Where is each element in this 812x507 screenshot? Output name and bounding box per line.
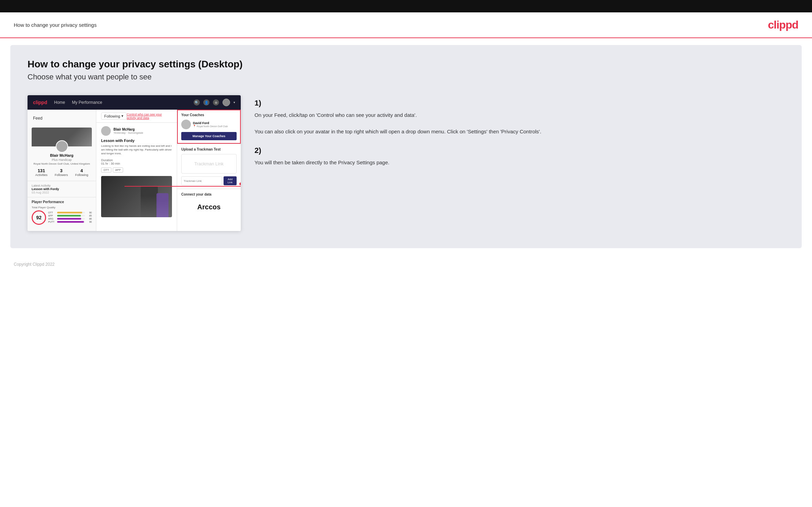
app-nav-bar: clippd Home My Performance 🔍 👤 ⊕ ▾ [28, 95, 241, 110]
bar-arg: ARG 86 [48, 218, 92, 220]
red-connector-line [124, 186, 241, 187]
player-performance: Player Performance Total Player Quality … [28, 197, 96, 228]
latest-activity: Latest Activity Lesson with Fordy 03 Aug… [28, 181, 96, 197]
settings-icon[interactable]: ⊕ [213, 99, 219, 106]
add-link-button[interactable]: Add Link [224, 176, 237, 185]
profile-card: Blair McHarg Plus Handicap Royal North D… [28, 123, 96, 181]
profile-name: Blair McHarg [32, 153, 92, 157]
trackman-input-row: Add Link [181, 176, 237, 185]
performance-bars: OTT 90 APP 85 ARG [48, 211, 92, 224]
search-icon[interactable]: 🔍 [194, 99, 200, 106]
lesson-user-info: Blair McHarg Yesterday · Sunningdale [113, 128, 143, 134]
bar-ott: OTT 90 [48, 211, 92, 214]
avatar[interactable] [223, 99, 230, 106]
nav-home[interactable]: Home [54, 100, 65, 105]
app-screenshot: clippd Home My Performance 🔍 👤 ⊕ ▾ Feed [28, 95, 241, 231]
profile-cover-image [32, 128, 92, 146]
page-title: How to change your privacy settings [14, 22, 97, 28]
nav-my-performance[interactable]: My Performance [72, 100, 102, 105]
connect-title: Connect your data [181, 192, 237, 196]
app-right-sidebar: Your Coaches David Ford 📍 Royal North De… [177, 110, 241, 231]
top-bar [0, 0, 812, 12]
step1-text: On your Feed, click/tap on 'Control who … [255, 111, 784, 136]
trackman-title: Upload a Trackman Test [181, 147, 237, 151]
header: How to change your privacy settings clip… [0, 12, 812, 38]
coach-club: 📍 Royal North Devon Golf Club [193, 125, 228, 128]
lesson-user: Blair McHarg Yesterday · Sunningdale [101, 126, 172, 136]
coaches-section: Your Coaches David Ford 📍 Royal North De… [177, 110, 241, 144]
stat-followers: 3 Followers [55, 168, 68, 177]
golfer-silhouette-1 [141, 186, 158, 217]
instructions-panel: 1) On your Feed, click/tap on 'Control w… [255, 95, 784, 177]
performance-row: 92 OTT 90 APP 85 [32, 210, 92, 225]
lesson-description: Looking to feel like my hands are exitin… [101, 144, 172, 156]
lesson-title: Lesson with Fordy [101, 139, 172, 143]
golfer-silhouette-2 [156, 193, 169, 217]
content-row: clippd Home My Performance 🔍 👤 ⊕ ▾ Feed [28, 95, 784, 231]
coach-row: David Ford 📍 Royal North Devon Golf Club [181, 120, 237, 129]
feed-header: Following ▾ Control who can see your act… [96, 110, 177, 123]
main-subheading: Choose what you want people to see [28, 73, 784, 81]
avatar-dropdown[interactable]: ▾ [234, 101, 235, 104]
app-logo: clippd [33, 100, 47, 105]
trackman-placeholder-box: Trackman Link [181, 154, 237, 174]
lesson-card: Blair McHarg Yesterday · Sunningdale Les… [96, 123, 177, 221]
app-sidebar: Feed Blair McHarg Plus Handicap Royal No… [28, 110, 96, 231]
red-dot [239, 183, 241, 185]
main-content: How to change your privacy settings (Des… [10, 45, 802, 248]
connect-section: Connect your data Arccos [177, 189, 241, 219]
stat-following: 4 Following [75, 168, 88, 177]
feed-tab[interactable]: Feed [28, 113, 96, 123]
lesson-image [101, 176, 172, 217]
arccos-logo: Arccos [181, 199, 237, 215]
manage-coaches-button[interactable]: Manage Your Coaches [181, 132, 237, 140]
profile-avatar [56, 140, 68, 153]
footer: Copyright Clippd 2022 [0, 255, 812, 274]
quality-score: 92 [32, 210, 46, 225]
following-button[interactable]: Following ▾ [101, 112, 127, 120]
profile-stats: 131 Activities 3 Followers 4 Following [32, 168, 92, 177]
coaches-title: Your Coaches [181, 113, 237, 117]
step2-text: You will then be taken directly to the P… [255, 158, 784, 167]
step1-text-extra: You can also click on your avatar in the… [255, 129, 541, 134]
lesson-duration: Duration 01 hr : 30 min [101, 158, 172, 165]
main-heading: How to change your privacy settings (Des… [28, 59, 784, 70]
instruction-step-1: 1) On your Feed, click/tap on 'Control w… [255, 99, 784, 136]
user-icon[interactable]: 👤 [203, 99, 209, 106]
lesson-tags: OTT APP [101, 167, 172, 173]
control-link[interactable]: Control who can see your activity and da… [127, 113, 172, 120]
trackman-section: Upload a Trackman Test Trackman Link Add… [177, 144, 241, 189]
step1-number: 1) [255, 99, 784, 108]
stat-activities: 131 Activities [35, 168, 47, 177]
trackman-link-input[interactable] [181, 176, 222, 185]
step2-number: 2) [255, 146, 784, 155]
copyright-text: Copyright Clippd 2022 [14, 262, 55, 267]
tag-app: APP [113, 167, 123, 173]
nav-right: 🔍 👤 ⊕ ▾ [194, 99, 235, 106]
profile-club: Royal North Devon Golf Club, United King… [32, 162, 92, 165]
app-body: Feed Blair McHarg Plus Handicap Royal No… [28, 110, 241, 231]
profile-handicap: Plus Handicap [32, 158, 92, 162]
instruction-step-2: 2) You will then be taken directly to th… [255, 146, 784, 167]
lesson-user-avatar [101, 126, 111, 136]
coach-info: David Ford 📍 Royal North Devon Golf Club [193, 121, 228, 128]
bar-putt: PUTT 96 [48, 221, 92, 223]
clippd-logo: clippd [768, 19, 798, 31]
tag-ott: OTT [101, 167, 111, 173]
coach-avatar [181, 120, 191, 129]
step1-text-main: On your Feed, click/tap on 'Control who … [255, 112, 417, 118]
bar-app: APP 85 [48, 214, 92, 217]
app-feed: Following ▾ Control who can see your act… [96, 110, 177, 231]
